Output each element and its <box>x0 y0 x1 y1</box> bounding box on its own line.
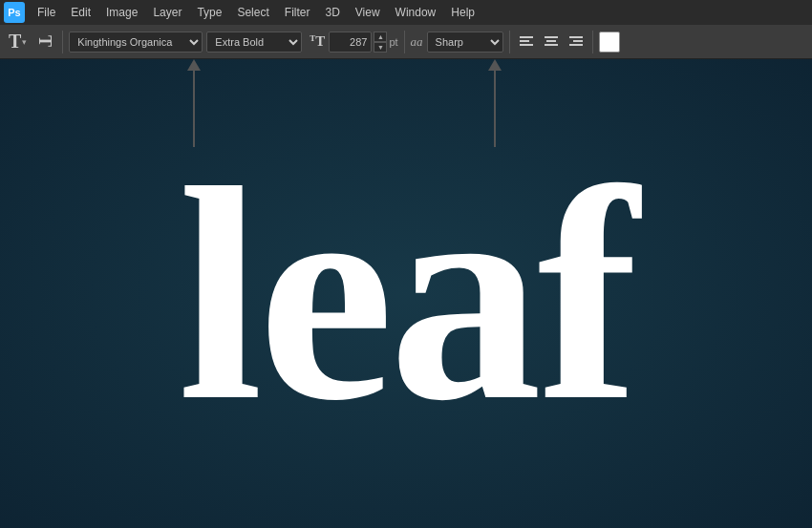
svg-rect-0 <box>520 36 533 38</box>
antialiasing-label: aa <box>411 34 423 50</box>
menu-type[interactable]: Type <box>190 4 228 21</box>
toolbar-divider-4 <box>592 31 593 53</box>
menu-help[interactable]: Help <box>444 4 481 21</box>
align-center-button[interactable] <box>541 32 562 53</box>
toolbar-divider-3 <box>509 31 510 53</box>
font-size-input[interactable] <box>329 32 372 53</box>
toolbar-divider-2 <box>404 31 405 53</box>
align-left-button[interactable] <box>516 32 537 53</box>
vertical-text-T-icon: T <box>36 35 53 47</box>
font-size-unit-label: pt <box>389 36 397 48</box>
toolbar-divider-1 <box>62 31 63 53</box>
menu-bar: Ps File Edit Image Layer Type Select Fil… <box>0 0 812 25</box>
options-toolbar: T ▾ T Kingthings Organica Extra Bold TT … <box>0 25 812 59</box>
align-right-button[interactable] <box>566 32 587 53</box>
svg-rect-8 <box>569 44 583 46</box>
menu-edit[interactable]: Edit <box>64 4 97 21</box>
svg-rect-1 <box>520 40 529 42</box>
menu-file[interactable]: File <box>31 4 62 21</box>
menu-3d[interactable]: 3D <box>318 4 346 21</box>
svg-rect-4 <box>546 40 556 42</box>
menu-layer[interactable]: Layer <box>146 4 188 21</box>
font-size-decrement[interactable]: ▼ <box>374 42 387 53</box>
menu-view[interactable]: View <box>349 4 387 21</box>
svg-rect-2 <box>520 44 533 46</box>
font-size-T-icon: TT <box>310 33 325 50</box>
canvas-text-leaf: leaf <box>178 141 634 447</box>
svg-rect-7 <box>573 40 583 42</box>
text-tool-dropdown-icon: ▾ <box>22 37 27 47</box>
text-tool-T-icon: T <box>9 31 21 53</box>
menu-filter[interactable]: Filter <box>278 4 317 21</box>
svg-rect-6 <box>569 36 583 38</box>
svg-rect-5 <box>545 44 558 46</box>
arrow-font-family-head <box>187 59 201 71</box>
arrow-font-size-head <box>488 59 502 71</box>
font-size-stepper: ▲ ▼ <box>374 32 387 53</box>
font-size-wrapper: ▲ ▼ pt <box>329 32 397 53</box>
vertical-text-tool-button[interactable]: T <box>33 33 56 49</box>
menu-select[interactable]: Select <box>230 4 275 21</box>
menu-window[interactable]: Window <box>389 4 443 21</box>
menu-image[interactable]: Image <box>99 4 144 21</box>
ps-logo: Ps <box>4 2 25 23</box>
align-center-icon <box>544 35 559 49</box>
align-left-icon <box>519 35 534 49</box>
text-color-swatch[interactable] <box>599 32 620 53</box>
text-tool-button[interactable]: T ▾ <box>6 29 30 54</box>
canvas-area: leaf <box>0 59 812 528</box>
font-size-increment[interactable]: ▲ <box>374 32 387 42</box>
antialiasing-select[interactable]: None Sharp Crisp Strong Smooth <box>427 32 503 53</box>
svg-rect-3 <box>545 36 558 38</box>
font-size-icon-wrapper: TT <box>310 33 325 50</box>
align-right-icon <box>568 35 584 49</box>
font-family-select[interactable]: Kingthings Organica <box>69 32 203 53</box>
font-style-select[interactable]: Extra Bold <box>206 32 302 53</box>
